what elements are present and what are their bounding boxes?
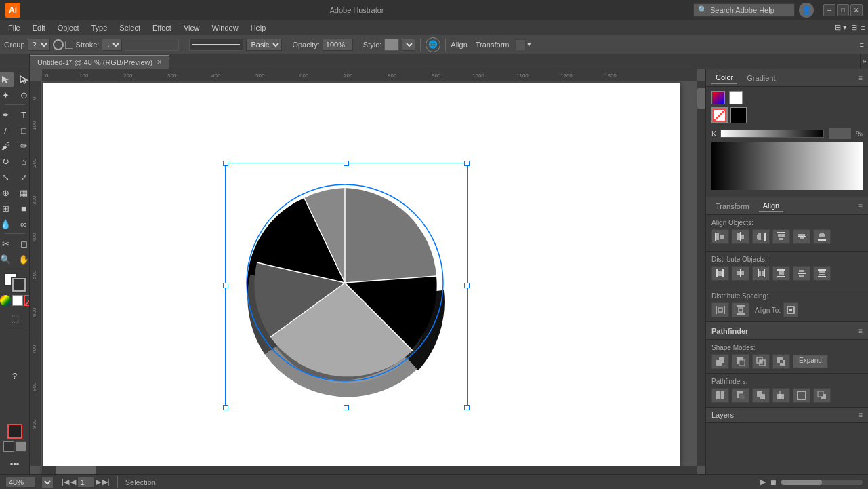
eyedropper-tool[interactable]: 💧 — [0, 216, 14, 231]
color-panel-options[interactable]: ≡ — [858, 73, 863, 83]
last-page-button[interactable]: ▶| — [102, 477, 110, 486]
document-tab-close[interactable]: ✕ — [157, 58, 162, 66]
pathfinder-options[interactable]: ≡ — [858, 326, 863, 336]
user-icon[interactable]: 👤 — [799, 3, 814, 18]
none-btn[interactable] — [24, 295, 30, 306]
fill-stroke-selector[interactable] — [4, 273, 26, 292]
intersect-button[interactable] — [752, 354, 770, 369]
document-tab[interactable]: Untitled-1* @ 48 % (RGB/Preview) ✕ — [30, 55, 169, 69]
zoom-tool[interactable]: 🔍 — [0, 252, 14, 267]
divide-button[interactable] — [711, 388, 729, 403]
align-button[interactable]: Align — [451, 41, 467, 49]
warp-tool[interactable]: ⌂ — [15, 154, 30, 169]
type-tool[interactable]: T — [15, 107, 30, 122]
minimize-button[interactable]: ─ — [823, 4, 835, 16]
unite-button[interactable] — [711, 354, 729, 369]
stroke-value-input[interactable] — [125, 39, 179, 51]
handle-tr[interactable] — [464, 161, 470, 166]
blend-tool[interactable]: ∞ — [15, 216, 30, 231]
arrange-button[interactable]: ⊟ — [851, 23, 857, 32]
minus-back-button[interactable] — [813, 388, 831, 403]
rotate-tool[interactable]: ↻ — [0, 154, 14, 169]
no-fill-btn[interactable] — [12, 295, 23, 306]
menu-effect[interactable]: Effect — [147, 22, 177, 33]
color-mode-rgb[interactable] — [711, 91, 725, 104]
first-page-button[interactable]: |◀ — [62, 477, 69, 486]
opacity-input[interactable] — [323, 39, 353, 51]
dist-right-button[interactable] — [752, 266, 770, 281]
align-middle-v-button[interactable] — [793, 229, 810, 244]
tool-mode-select[interactable]: ? — [28, 39, 50, 51]
quick-stroke[interactable] — [16, 441, 26, 452]
selection-tool[interactable] — [0, 72, 14, 87]
handle-br[interactable] — [464, 405, 470, 410]
menu-select[interactable]: Select — [114, 22, 146, 33]
play-button[interactable]: ▶ — [760, 477, 766, 486]
color-mode-btn[interactable] — [0, 295, 11, 306]
align-left-button[interactable] — [711, 229, 729, 244]
rect-tool[interactable]: □ — [15, 123, 30, 138]
options-menu[interactable]: ≡ — [860, 41, 864, 49]
align-right-button[interactable] — [752, 229, 770, 244]
transform-panel-tab[interactable]: Transform — [711, 201, 753, 212]
black-swatch[interactable] — [730, 107, 747, 123]
scrollbar-horizontal[interactable] — [42, 466, 697, 474]
stroke-color-selector[interactable] — [53, 39, 64, 50]
search-help-icon[interactable]: ≡ — [861, 24, 865, 32]
hand-tool[interactable]: ✋ — [15, 252, 30, 267]
symbol-sprayer-tool[interactable]: ⊕ — [0, 185, 14, 200]
menu-type[interactable]: Type — [86, 22, 113, 33]
merge-button[interactable] — [752, 388, 770, 403]
outline-button[interactable] — [793, 388, 810, 403]
expand-button[interactable]: Expand — [793, 355, 828, 368]
search-bar[interactable]: 🔍 Search Adobe Help — [693, 3, 795, 17]
dist-middle-button[interactable] — [793, 266, 810, 281]
dist-v-space-button[interactable] — [732, 302, 749, 317]
next-page-button[interactable]: ▶ — [96, 477, 101, 486]
menu-edit[interactable]: Edit — [27, 22, 51, 33]
zoom-input[interactable] — [5, 477, 36, 488]
direct-selection-tool[interactable] — [15, 72, 30, 87]
align-to-selector[interactable] — [783, 302, 798, 317]
color-fill-indicator[interactable] — [729, 91, 743, 104]
crop-button[interactable] — [772, 388, 790, 403]
dist-center-h-button[interactable] — [732, 266, 749, 281]
eraser-tool[interactable]: ◻ — [15, 236, 30, 251]
menu-help[interactable]: Help — [245, 22, 272, 33]
k-slider-track[interactable] — [720, 130, 824, 138]
align-panel-options[interactable]: ≡ — [858, 201, 863, 211]
dist-bottom-button[interactable] — [813, 266, 831, 281]
stroke-swatch[interactable] — [12, 278, 26, 292]
tab-overflow[interactable]: » — [860, 54, 868, 69]
scissors-tool[interactable]: ✂ — [0, 236, 14, 251]
help-tool[interactable]: ? — [6, 369, 24, 384]
draw-normal[interactable]: ⬚ — [6, 311, 24, 326]
exclude-button[interactable] — [772, 354, 790, 369]
zoom-select[interactable]: ▾ — [41, 476, 54, 488]
reshape-tool[interactable]: ⤢ — [15, 170, 30, 184]
dist-top-button[interactable] — [772, 266, 790, 281]
align-bottom-button[interactable] — [813, 229, 831, 244]
menu-object[interactable]: Object — [52, 22, 85, 33]
handle-mr[interactable] — [464, 283, 470, 288]
prev-page-button[interactable]: ◀ — [70, 477, 76, 486]
paintbrush-tool[interactable]: 🖌 — [0, 138, 14, 153]
layers-options[interactable]: ≡ — [858, 410, 863, 420]
transform-icon[interactable] — [515, 39, 526, 50]
pencil-tool[interactable]: ✏ — [15, 138, 30, 153]
scale-tool[interactable]: ⤡ — [0, 170, 14, 184]
dist-h-space-button[interactable] — [711, 302, 729, 317]
none-color-swatch[interactable] — [711, 107, 728, 123]
line-tool[interactable]: / — [0, 123, 14, 138]
style-swatch[interactable] — [384, 39, 399, 51]
close-button[interactable]: ✕ — [850, 4, 863, 16]
column-graph-tool[interactable]: ▦ — [15, 185, 30, 200]
quick-fill[interactable] — [3, 441, 14, 452]
menu-view[interactable]: View — [178, 22, 205, 33]
page-input[interactable] — [77, 477, 94, 488]
color-tab[interactable]: Color — [711, 72, 737, 84]
workspace-switcher[interactable]: ⊞ ▾ — [835, 23, 847, 32]
globe-icon[interactable]: 🌐 — [426, 37, 440, 52]
menu-file[interactable]: File — [3, 22, 26, 33]
style-select[interactable]: ▾ — [402, 39, 415, 51]
